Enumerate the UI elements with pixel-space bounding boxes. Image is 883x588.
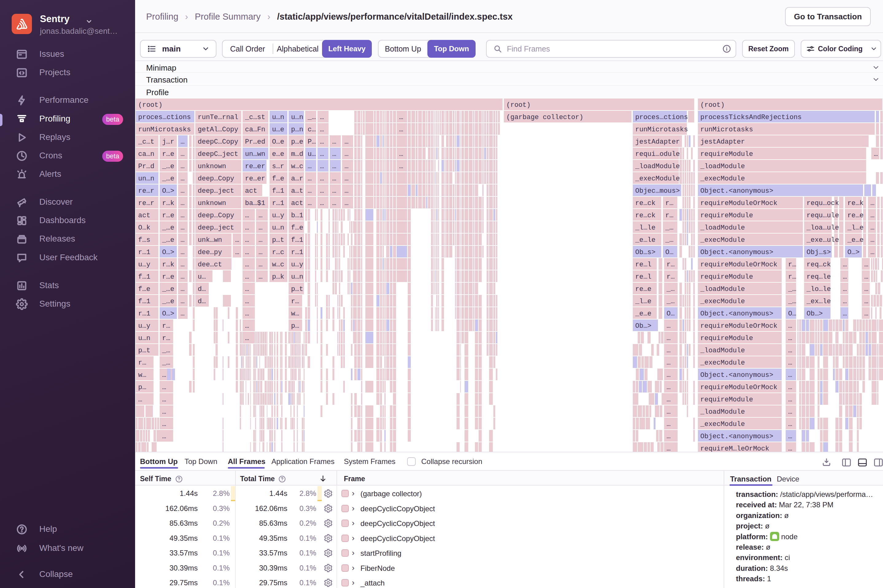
svg-text:…: … [180, 175, 185, 183]
svg-text:unknown: unknown [198, 163, 226, 170]
svg-text:O…>: O…> [162, 310, 174, 318]
svg-text:u…: u… [308, 150, 315, 158]
svg-text:r…1: r…1 [291, 249, 303, 256]
svg-text:_…e: _…e [162, 285, 174, 293]
svg-text:…: … [667, 445, 671, 452]
svg-text:…: … [258, 212, 263, 219]
svg-text:…: … [344, 200, 348, 207]
svg-text:…: … [332, 200, 336, 207]
svg-text:O…k: O…k [138, 224, 150, 232]
svg-text:_lo…le: _lo…le [806, 285, 831, 293]
svg-text:…: … [245, 322, 249, 330]
svg-text:p…t: p…t [272, 236, 284, 244]
svg-text:_…e: _…e [162, 298, 174, 305]
svg-text:O…: O… [667, 310, 674, 318]
svg-text:_execModule: _execModule [700, 298, 745, 305]
svg-text:_loadModule: _loadModule [700, 285, 745, 293]
svg-text:m…d: m…d [291, 150, 303, 158]
svg-text:_loadModule: _loadModule [700, 224, 745, 232]
svg-text:jestAdapter: jestAdapter [635, 138, 680, 146]
svg-text:u…n: u…n [291, 273, 303, 281]
svg-text:r…: r… [788, 261, 796, 268]
svg-text:_ex…le: _ex…le [806, 298, 831, 305]
svg-text:Objec…mous>: Objec…mous> [635, 187, 680, 195]
svg-text:…: … [180, 285, 185, 293]
svg-text:requireModuleOrMock: requireModuleOrMock [700, 261, 777, 268]
svg-text:f…1: f…1 [272, 187, 284, 195]
svg-text:O…: O… [788, 310, 796, 318]
svg-text:ca…n: ca…n [138, 150, 155, 158]
svg-text:dee…ct: dee…ct [198, 261, 222, 268]
svg-text:O…e: O…e [272, 138, 284, 146]
svg-text:…: … [245, 334, 249, 342]
svg-text:_execModule: _execModule [700, 359, 745, 367]
svg-text:(root): (root) [138, 101, 162, 109]
svg-text:…: … [864, 261, 868, 268]
svg-text:…: … [245, 273, 249, 281]
svg-text:requireModuleOrMock: requireModuleOrMock [700, 322, 777, 330]
svg-text:…: … [245, 236, 249, 244]
svg-text:…: … [344, 163, 348, 170]
svg-text:…: … [667, 420, 671, 428]
svg-text:req…le: req…le [806, 273, 831, 281]
svg-text:r…e: r…e [162, 150, 174, 158]
svg-text:u…: u… [198, 273, 206, 281]
svg-text:…: … [180, 150, 185, 158]
svg-text:r…1: r…1 [138, 249, 150, 256]
svg-text:jestAdapter: jestAdapter [700, 138, 745, 146]
svg-text:r…: r… [162, 322, 170, 330]
svg-text:(root): (root) [506, 101, 530, 109]
svg-text:_c…st: _c…st [245, 114, 265, 121]
svg-text:e…e: e…e [272, 150, 284, 158]
svg-text:…: … [332, 163, 336, 170]
svg-text:r…: r… [665, 200, 673, 207]
svg-text:_l…e: _l…e [847, 224, 863, 232]
svg-text:re…ck: re…ck [635, 212, 655, 219]
svg-text:…: … [245, 224, 249, 232]
svg-text:…: … [180, 236, 185, 244]
svg-text:ba…$1: ba…$1 [245, 200, 265, 207]
svg-text:…: … [180, 224, 185, 232]
svg-text:r…e: r…e [162, 212, 174, 219]
svg-text:re…er: re…er [245, 175, 265, 183]
svg-text:…: … [843, 298, 847, 305]
svg-text:…: … [788, 396, 792, 404]
svg-text:…: … [245, 212, 249, 219]
svg-text:u…y: u…y [291, 261, 303, 268]
svg-text:req…ck: req…ck [806, 261, 831, 268]
svg-text:…: … [235, 236, 239, 244]
svg-text:f…e: f…e [138, 285, 150, 293]
svg-text:Ob…>: Ob…> [635, 322, 652, 330]
svg-text:requireModuleOrMock: requireModuleOrMock [700, 200, 777, 207]
svg-text:u…y: u…y [138, 322, 150, 330]
svg-text:re…l: re…l [635, 273, 652, 281]
svg-text:deep…ject: deep…ject [198, 187, 234, 195]
svg-text:…: … [788, 347, 792, 354]
svg-text:_…: _… [666, 298, 674, 305]
svg-text:…: … [138, 396, 142, 404]
svg-text:w…: w… [138, 371, 146, 379]
svg-text:…: … [162, 408, 166, 416]
svg-text:…: … [843, 261, 847, 268]
svg-text:p…k: p…k [272, 273, 284, 281]
svg-text:u…n: u…n [291, 114, 303, 121]
svg-text:r…: r… [667, 261, 674, 268]
svg-text:…: … [308, 175, 312, 183]
svg-text:deepC…Copy: deepC…Copy [198, 138, 238, 146]
svg-text:…: … [788, 334, 792, 342]
svg-text:…: … [245, 249, 249, 256]
svg-text:_…: _… [162, 359, 170, 367]
svg-text:j…r: j…r [162, 138, 174, 146]
svg-text:r…: r… [291, 298, 299, 305]
svg-text:…: … [180, 187, 185, 195]
svg-text:Obj…s>: Obj…s> [806, 249, 831, 256]
svg-text:…: … [320, 175, 324, 183]
svg-text:_loadModule: _loadModule [635, 163, 680, 170]
svg-text:w…c: w…c [291, 163, 303, 170]
svg-text:u…y: u…y [138, 261, 150, 268]
svg-text:…: … [788, 433, 792, 440]
svg-text:deep…Copy: deep…Copy [198, 212, 234, 219]
svg-text:…: … [332, 187, 336, 195]
svg-text:…: … [180, 200, 185, 207]
svg-text:_…: _… [665, 224, 673, 232]
